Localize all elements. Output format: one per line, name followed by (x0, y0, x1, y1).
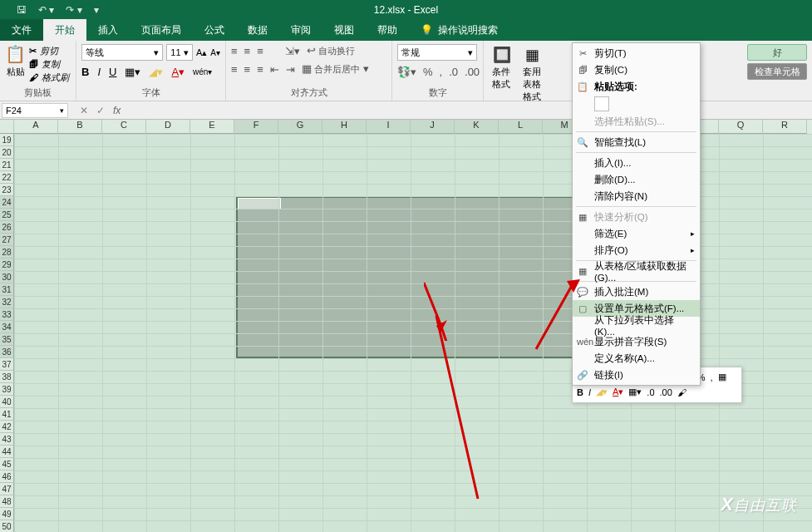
indent-dec-icon[interactable]: ⇤ (270, 63, 279, 76)
ctx-filter[interactable]: 筛选(E)▸ (573, 225, 700, 242)
mini-fontcolor-icon[interactable]: A▾ (613, 387, 623, 397)
row-header-31[interactable]: 31 (0, 283, 14, 296)
col-header-L[interactable]: L (499, 120, 543, 134)
row-header-27[interactable]: 27 (0, 234, 14, 246)
col-header-A[interactable]: A (14, 120, 58, 134)
mini-italic-button[interactable]: I (588, 387, 591, 397)
row-header-29[interactable]: 29 (0, 259, 14, 271)
underline-button[interactable]: U (109, 66, 116, 78)
row-header-40[interactable]: 40 (0, 396, 14, 408)
row-header-37[interactable]: 37 (0, 358, 14, 371)
tab-view[interactable]: 视图 (322, 19, 366, 41)
mini-border2-icon[interactable]: ▦▾ (628, 387, 642, 397)
row-header-25[interactable]: 25 (0, 209, 14, 221)
tab-formula[interactable]: 公式 (193, 19, 236, 41)
copy-button[interactable]: 🗐复制 (29, 57, 69, 71)
italic-button[interactable]: I (97, 66, 101, 78)
inc-dec-icon[interactable]: .0 (449, 66, 458, 78)
col-header-G[interactable]: G (278, 120, 322, 134)
qat-more-icon[interactable]: ▾ (94, 4, 99, 16)
mini-fill-icon[interactable]: ◢▾ (596, 387, 608, 397)
name-box[interactable]: F24▾ (2, 103, 68, 118)
align-top-icon[interactable]: ≡ (231, 45, 238, 57)
col-header-E[interactable]: E (190, 120, 234, 134)
ctx-define-name[interactable]: 定义名称(A)... (573, 350, 700, 367)
row-header-44[interactable]: 44 (0, 446, 14, 458)
tab-review[interactable]: 审阅 (279, 19, 322, 41)
style-good[interactable]: 好 (747, 44, 807, 61)
row-header-24[interactable]: 24 (0, 196, 14, 209)
row-header-48[interactable]: 48 (0, 495, 14, 508)
row-header-28[interactable]: 28 (0, 246, 14, 259)
align-left-icon[interactable]: ≡ (231, 63, 238, 76)
row-header-45[interactable]: 45 (0, 458, 14, 470)
ctx-sort[interactable]: 排序(O)▸ (573, 242, 700, 259)
cut-button[interactable]: ✂剪切 (29, 44, 69, 57)
ctx-cut[interactable]: ✂剪切(T) (573, 45, 700, 62)
pinyin-button[interactable]: wén▾ (193, 67, 212, 76)
col-header-K[interactable]: K (455, 120, 499, 134)
border-button[interactable]: ▦▾ (125, 66, 140, 78)
accept-formula-icon[interactable]: ✓ (96, 105, 105, 116)
col-header-Q[interactable]: Q (719, 120, 763, 134)
col-header-J[interactable]: J (411, 120, 455, 134)
col-header-C[interactable]: C (102, 120, 146, 134)
fill-color-button[interactable]: ◢▾ (149, 66, 163, 78)
currency-icon[interactable]: 💱▾ (397, 66, 416, 78)
ctx-comment[interactable]: 💬插入批注(M) (573, 283, 700, 300)
row-header-33[interactable]: 33 (0, 308, 14, 321)
redo-icon[interactable]: ↷ ▾ (66, 4, 81, 16)
style-neutral[interactable]: 检查单元格 (747, 63, 807, 80)
orient-icon[interactable]: ⇲▾ (285, 45, 300, 57)
tell-me[interactable]: 💡 操作说明搜索 (409, 19, 498, 41)
row-header-23[interactable]: 23 (0, 184, 14, 196)
indent-inc-icon[interactable]: ⇥ (286, 63, 295, 76)
wrap-button[interactable]: ↩ 自动换行 (307, 44, 356, 57)
ctx-pinyin[interactable]: wén显示拼音字段(S) (573, 333, 700, 350)
tab-file[interactable]: 文件 (0, 19, 43, 41)
fx-icon[interactable]: fx (113, 105, 121, 116)
ctx-delete[interactable]: 删除(D)... (573, 171, 700, 188)
paste-button[interactable]: 📋 粘贴 (5, 44, 26, 78)
mini-dec-icon[interactable]: .0 (647, 387, 654, 397)
row-header-26[interactable]: 26 (0, 221, 14, 234)
align-right-icon[interactable]: ≡ (257, 63, 263, 76)
tab-help[interactable]: 帮助 (366, 19, 409, 41)
ctx-paste-chip[interactable] (573, 95, 700, 113)
select-all-corner[interactable] (0, 120, 14, 134)
table-format-button[interactable]: ▦ 套用 表格格式 (519, 44, 545, 105)
row-header-19[interactable]: 19 (0, 134, 14, 146)
save-icon[interactable]: 🖫 (17, 4, 27, 16)
row-header-47[interactable]: 47 (0, 483, 14, 495)
row-header-21[interactable]: 21 (0, 159, 14, 171)
align-mid-icon[interactable]: ≡ (244, 45, 251, 57)
font-name-dropdown[interactable]: 等线▾ (81, 44, 163, 61)
tab-layout[interactable]: 页面布局 (130, 19, 193, 41)
align-bot-icon[interactable]: ≡ (257, 45, 263, 57)
row-header-20[interactable]: 20 (0, 146, 14, 159)
font-size-dropdown[interactable]: 11▾ (166, 44, 193, 61)
col-header-H[interactable]: H (322, 120, 367, 134)
decrease-font-icon[interactable]: A▾ (210, 48, 220, 57)
tab-insert[interactable]: 插入 (86, 19, 130, 41)
align-center-icon[interactable]: ≡ (244, 63, 251, 76)
row-header-35[interactable]: 35 (0, 333, 14, 346)
ctx-copy[interactable]: 🗐复制(C) (573, 62, 700, 78)
merge-button[interactable]: ▦ 合并后居中 ▾ (302, 62, 369, 76)
row-header-38[interactable]: 38 (0, 371, 14, 383)
row-header-34[interactable]: 34 (0, 321, 14, 333)
col-header-F[interactable]: F (234, 120, 278, 134)
font-color-button[interactable]: A▾ (171, 66, 185, 78)
mini-comma-icon[interactable]: , (710, 372, 712, 382)
comma-icon[interactable]: , (440, 66, 443, 78)
cancel-formula-icon[interactable]: ✕ (80, 105, 88, 116)
increase-font-icon[interactable]: A▴ (196, 47, 207, 58)
mini-bold-button[interactable]: B (577, 387, 583, 397)
row-header-32[interactable]: 32 (0, 296, 14, 308)
col-header-R[interactable]: R (763, 120, 807, 134)
percent-icon[interactable]: % (423, 66, 433, 78)
row-header-43[interactable]: 43 (0, 433, 14, 446)
tab-home[interactable]: 开始 (43, 19, 86, 41)
row-header-36[interactable]: 36 (0, 346, 14, 358)
row-header-49[interactable]: 49 (0, 508, 14, 520)
